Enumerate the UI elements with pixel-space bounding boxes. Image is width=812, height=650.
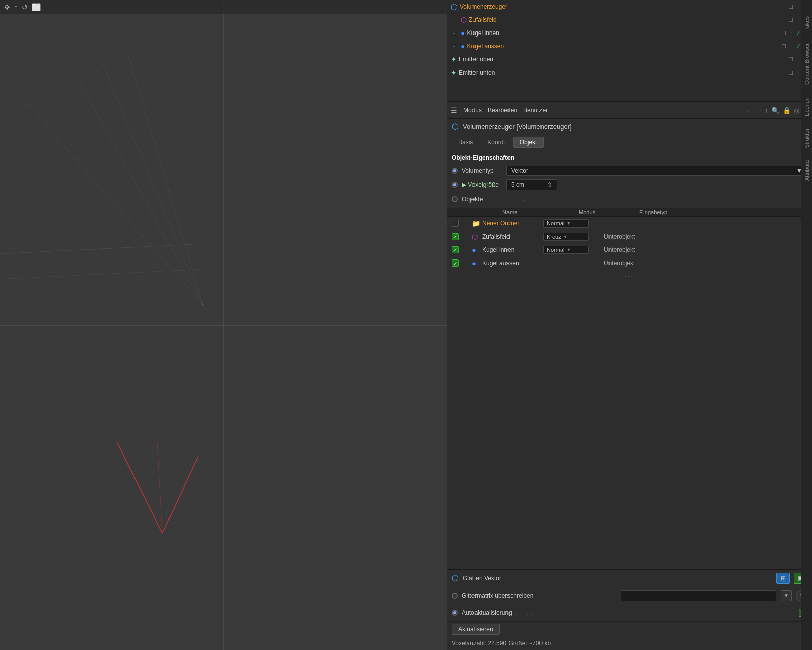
render-icon[interactable]: ⋮ [795, 4, 801, 10]
gittermatrix-input[interactable] [621, 590, 776, 601]
render-icon-eu[interactable]: ⋮ [795, 70, 801, 76]
menu-icon[interactable]: ☰ [451, 106, 457, 114]
checkbox-kugel-innen[interactable] [452, 246, 459, 253]
tree-item-volumenerzeuger[interactable]: ⬡ Volumenerzeuger ☐ ⋮ ✓ [447, 0, 812, 13]
th-name: Name [477, 209, 579, 215]
modus-dropdown-1[interactable]: Normal ▼ [543, 219, 589, 228]
nav-forward-icon[interactable]: → [756, 107, 762, 114]
side-tab-attribute[interactable]: Attribute [802, 154, 811, 187]
scene-tree: ⬡ Volumenerzeuger ☐ ⋮ ✓ └ ⬡ Zufallsfeld … [447, 0, 812, 102]
tree-item-kugel-innen[interactable]: └ ● Kugel innen ☐ ⋮ ✓ [447, 26, 812, 40]
side-tab-takes[interactable]: Takes [802, 10, 811, 37]
top-toolbar: ✥ ↑ ↺ ⬜ [0, 0, 447, 14]
render-icon-z[interactable]: ⋮ [795, 17, 801, 23]
tabs-row: Basis Koord. Objekt [447, 135, 812, 150]
eingabe-kugel-innen: Unterobjekt [604, 246, 807, 253]
table-row-kugel-innen[interactable]: ● Kugel innen Normal ▼ Unterobjekt [447, 243, 812, 256]
icon-neuer-ordner: 📁 [472, 220, 482, 228]
label-objekte: Objekte [462, 196, 502, 203]
tree-label-kugel-aussen: Kugel aussen [467, 43, 781, 50]
radio-gittermatrix[interactable] [452, 593, 458, 599]
emitter-oben-icon: ✦ [451, 55, 457, 63]
nav-search-icon[interactable]: 🔍 [771, 107, 780, 114]
aktualisieren-container: Aktualisieren [447, 622, 812, 637]
visibility-icon-eu[interactable]: ☐ [788, 70, 793, 76]
visibility-icon-ka[interactable]: ☐ [781, 43, 786, 50]
tab-objekt[interactable]: Objekt [513, 137, 544, 148]
toolbar-up-icon[interactable]: ↑ [14, 3, 18, 11]
autoaktualisierung-row: Autoaktualisierung . . . . . . [447, 604, 812, 622]
side-tabs: Takes Content Browser Ebenen Struktur At… [801, 0, 812, 650]
tree-item-emitter-unten[interactable]: ✦ Emitter unten ☐ ⋮ ✓ [447, 66, 812, 79]
side-tab-content-browser[interactable]: Content Browser [802, 37, 811, 91]
menu-modus[interactable]: Modus [463, 107, 482, 114]
render-icon-eo[interactable]: ⋮ [795, 56, 801, 63]
radio-autoaktualisierung[interactable] [452, 610, 458, 616]
glaetten-btn-1[interactable]: ⊞ [776, 573, 790, 584]
props-panel: Objekt-Eigenschaften Volumentyp Vektor ▼… [447, 150, 812, 569]
glaetten-icon: ⬡ [452, 573, 459, 583]
tree-item-emitter-oben[interactable]: ✦ Emitter oben ☐ ⋮ ✓ [447, 53, 812, 66]
nav-back-icon[interactable]: ← [746, 107, 753, 114]
checkbox-empty[interactable] [452, 220, 459, 227]
table-row-kugel-aussen[interactable]: ● Kugel aussen Unterobjekt [447, 256, 812, 270]
tree-label-zufallsfeld: Zufallsfeld [469, 16, 788, 23]
gittermatrix-dropdown[interactable]: ▼ [781, 590, 792, 601]
table-row-neuer-ordner[interactable]: 📁 Neuer Ordner Normal ▼ [447, 217, 812, 230]
auto-dots: . . . . . . [516, 609, 546, 616]
modus-dropdown-3[interactable]: Normal ▼ [543, 246, 589, 254]
side-tab-struktur[interactable]: Struktur [802, 122, 811, 154]
table-header: Name Modus Eingabetyp [447, 208, 812, 217]
icon-zufallsfeld: ⬡ [472, 233, 482, 241]
eingabe-zufallsfeld: Unterobjekt [604, 233, 807, 240]
volumentyp-dropdown[interactable]: Vektor ▼ [506, 166, 807, 176]
aktualisieren-button[interactable]: Aktualisieren [452, 624, 500, 635]
visibility-icon-z[interactable]: ☐ [788, 17, 793, 23]
tree-item-zufallsfeld[interactable]: └ ⬡ Zufallsfeld ☐ ⋮ ✓ [447, 13, 812, 26]
nav-icons: ← → ↑ 🔍 🔒 ◎ ⊞ [746, 107, 808, 114]
objekte-dots: . . . . [506, 196, 525, 203]
checkbox-zufallsfeld[interactable] [452, 233, 459, 240]
name-kugel-innen: Kugel innen [482, 246, 543, 253]
tree-label-emitter-oben: Emitter oben [459, 56, 788, 63]
menu-bearbeiten[interactable]: Bearbeiten [488, 107, 517, 114]
scroll-dots: ····· [447, 272, 812, 281]
th-eingabe: Eingabetyp [639, 209, 807, 215]
objects-table: Name Modus Eingabetyp 📁 Neuer Ordner Nor… [447, 208, 812, 270]
nav-target-icon[interactable]: ◎ [794, 107, 799, 114]
nav-lock-icon[interactable]: 🔒 [783, 107, 791, 114]
viewport: ✥ ↑ ↺ ⬜ [0, 0, 447, 650]
toolbar-frame-icon[interactable]: ⬜ [32, 3, 41, 11]
label-volumentyp: Volumentyp [462, 167, 502, 174]
kugel-innen-icon: ● [461, 29, 465, 37]
visibility-icon-ki[interactable]: ☐ [781, 30, 786, 37]
active-check-ka[interactable]: ✓ [796, 43, 801, 50]
radio-objekte[interactable] [452, 196, 458, 202]
check-neuer-ordner [452, 220, 464, 227]
menu-benutzer[interactable]: Benutzer [523, 107, 548, 114]
visibility-icon[interactable]: ☐ [788, 4, 793, 10]
checkbox-kugel-aussen[interactable] [452, 259, 459, 267]
table-row-zufallsfeld[interactable]: ⬡ Zufallsfeld Kreuz ▼ Unterobjekt [447, 230, 812, 243]
render-icon-ka[interactable]: ⋮ [788, 43, 794, 50]
tree-item-kugel-aussen[interactable]: └ ● Kugel aussen ☐ ⋮ ✓ [447, 40, 812, 53]
modus-neuer-ordner: Normal ▼ [543, 219, 604, 228]
toolbar-move-icon[interactable]: ✥ [4, 3, 10, 11]
radio-voxel[interactable] [452, 182, 458, 188]
active-check-ki[interactable]: ✓ [796, 29, 801, 37]
name-neuer-ordner: Neuer Ordner [482, 220, 543, 227]
toolbar-rotate-icon[interactable]: ↺ [22, 3, 28, 11]
modus-dropdown-2[interactable]: Kreuz ▼ [543, 233, 589, 241]
glaetten-label: Glätten Vektor [463, 575, 772, 582]
nav-up-icon[interactable]: ↑ [765, 107, 769, 114]
name-kugel-aussen: Kugel aussen [482, 259, 543, 267]
radio-volumentyp[interactable] [452, 168, 458, 174]
section-title: Objekt-Eigenschaften [447, 150, 812, 164]
voxel-value[interactable]: 5 cm ⇕ [506, 179, 557, 190]
side-tab-ebenen[interactable]: Ebenen [802, 91, 811, 122]
tab-koord[interactable]: Koord. [481, 137, 512, 148]
tab-basis[interactable]: Basis [452, 137, 480, 148]
visibility-icon-eo[interactable]: ☐ [788, 56, 793, 63]
viewport-grid [0, 0, 447, 650]
render-icon-ki[interactable]: ⋮ [788, 30, 794, 37]
